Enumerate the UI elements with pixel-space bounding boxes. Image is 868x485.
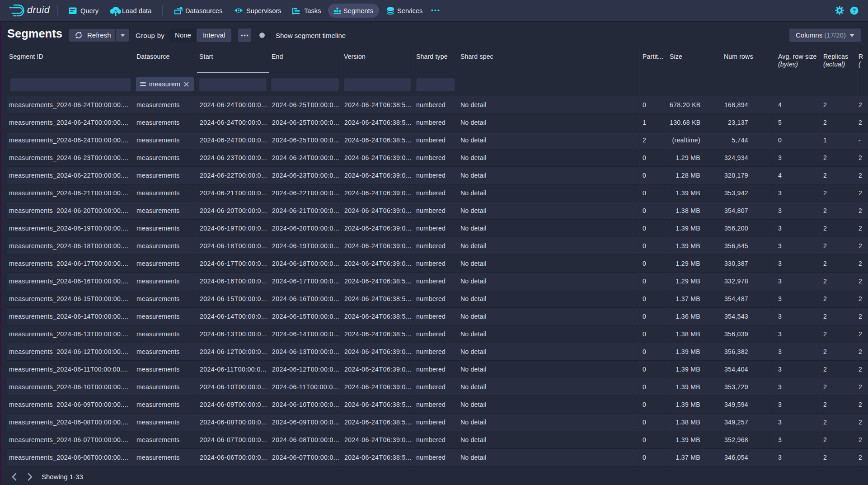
svg-text:?: ? xyxy=(853,8,856,14)
